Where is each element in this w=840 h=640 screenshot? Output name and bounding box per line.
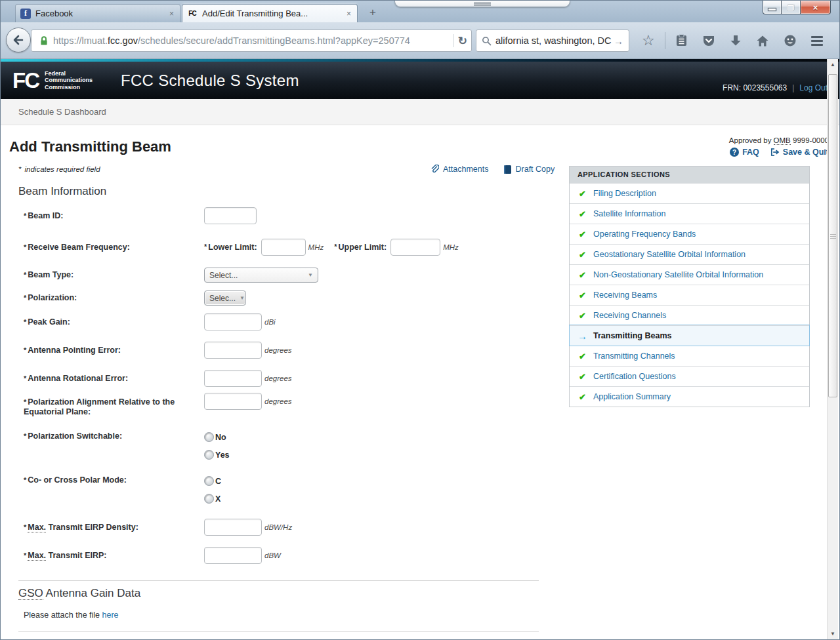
tab-facebook[interactable]: f Facebook × [15, 4, 180, 22]
max-transmit-eirp-density-input[interactable] [204, 519, 262, 536]
polar-mode-c-radio[interactable] [204, 476, 214, 486]
max-transmit-eirp-input[interactable] [204, 547, 262, 564]
sidebar-item-transmitting-channels[interactable]: ✔Transmitting Channels [570, 346, 809, 366]
tab-add-edit-transmitting-beams[interactable]: FC Add/Edit Transmitting Bea... × [182, 4, 358, 22]
sidebar-item-geostationary-satellite-orbital-information[interactable]: ✔Geostationary Satellite Orbital Informa… [570, 244, 809, 264]
chevron-down-icon: ▼ [308, 272, 313, 278]
tab-close-icon[interactable]: × [345, 9, 352, 18]
receive-beam-frequency-row: *Receive Beam Frequency: *Lower Limit: M… [24, 239, 459, 256]
max-transmit-eirp-density-row: *Max. Transmit EIRP Density: dBW/Hz [24, 519, 292, 536]
asterisk: * [24, 398, 26, 406]
save-quit-link[interactable]: Save & Quit [770, 148, 829, 157]
sidebar-item-filing-description[interactable]: ✔Filing Description [570, 183, 809, 203]
sidebar-item-link[interactable]: Operating Frequency Bands [593, 230, 696, 239]
sidebar-item-link[interactable]: Receiving Channels [593, 311, 666, 320]
back-button[interactable] [6, 28, 31, 52]
sidebar-item-certification-questions[interactable]: ✔Certification Questions [570, 366, 809, 386]
window-close-button[interactable]: × [801, 1, 831, 14]
sidebar-item-application-summary[interactable]: ✔Application Summary [570, 386, 809, 407]
polarization-alignment-label: *Polarization Alignment Relative to the … [24, 397, 204, 417]
minimize-icon [768, 9, 776, 10]
sidebar-item-receiving-beams[interactable]: ✔Receiving Beams [570, 285, 809, 305]
search-input[interactable]: alifornia st, washington, DC → [476, 30, 629, 52]
sidebar-item-link[interactable]: Application Summary [593, 392, 671, 401]
sidebar-item-link[interactable]: Filing Description [593, 189, 656, 198]
beam-type-select[interactable]: Select... ▼ [204, 268, 318, 283]
sidebar-item-link[interactable]: Certification Questions [593, 372, 676, 381]
sidebar-item-receiving-channels[interactable]: ✔Receiving Channels [570, 305, 809, 325]
upper-limit-input[interactable] [390, 239, 440, 256]
asterisk: * [24, 523, 26, 531]
faq-link[interactable]: ? FAQ [730, 148, 759, 157]
attach-here-link[interactable]: here [102, 610, 119, 620]
sidebar-item-link[interactable]: Non-Geostationary Satellite Orbital Info… [593, 270, 763, 279]
breadcrumb[interactable]: Schedule S Dashboard [18, 107, 106, 117]
dbi-unit: dBi [264, 318, 276, 326]
toolbar-icons: ☆ [635, 22, 830, 59]
polarization-alignment-row: *Polarization Alignment Relative to the … [24, 393, 292, 417]
vertical-scrollbar[interactable]: ▲ ▼ [827, 59, 838, 639]
peak-gain-input[interactable] [204, 313, 262, 330]
sidebar-item-link[interactable]: Satellite Information [593, 209, 665, 218]
sidebar-item-satellite-information[interactable]: ✔Satellite Information [570, 203, 809, 224]
draft-copy-link[interactable]: Draft Copy [504, 165, 555, 174]
attachments-link[interactable]: Attachments [430, 165, 488, 174]
lower-limit-input[interactable] [261, 239, 306, 256]
scroll-down-button[interactable]: ▼ [828, 628, 838, 639]
sidebar-item-transmitting-beams[interactable]: →Transmitting Beams [570, 325, 809, 346]
antenna-pointing-error-input[interactable] [204, 342, 262, 359]
polarization-select[interactable]: Selec... ▼ [204, 290, 246, 306]
tab-title: Add/Edit Transmitting Bea... [202, 9, 345, 18]
scroll-up-button[interactable]: ▲ [828, 59, 838, 70]
sidebar-item-link[interactable]: Geostationary Satellite Orbital Informat… [593, 250, 746, 259]
sidebar-item-link[interactable]: Receiving Beams [593, 290, 657, 300]
mhz-unit: MHz [443, 243, 459, 251]
url-bar[interactable]: https://lmuat.fcc.gov/schedules/secure/a… [31, 30, 472, 52]
polarization-switchable-no-radio[interactable] [204, 432, 214, 442]
degrees-unit: degrees [264, 397, 292, 405]
label-text: Co- or Cross Polar Mode: [28, 475, 127, 485]
check-icon: ✔ [577, 351, 588, 361]
search-go-icon[interactable]: → [614, 35, 623, 47]
polarization-label: *Polarization: [24, 293, 204, 303]
co-cross-polar-mode-label: *Co- or Cross Polar Mode: [24, 475, 204, 485]
faq-label: FAQ [742, 148, 759, 157]
beam-id-input[interactable] [204, 207, 257, 224]
logo-line: Federal [45, 70, 93, 77]
antenna-rotational-error-input[interactable] [204, 370, 262, 387]
logo-line: Communications [45, 77, 93, 84]
hello-smiley-icon[interactable] [784, 34, 797, 47]
fcc-logo: FC Federal Communications Commission [12, 68, 93, 93]
polar-mode-x-radio[interactable] [204, 494, 214, 504]
window-restore-button[interactable] [782, 1, 801, 14]
search-icon [482, 36, 492, 46]
mhz-unit: MHz [308, 243, 324, 251]
new-tab-button[interactable]: + [364, 6, 381, 20]
asterisk: * [24, 294, 26, 302]
beam-type-row: *Beam Type: Select... ▼ [24, 268, 318, 283]
bookmark-star-icon[interactable]: ☆ [642, 33, 655, 48]
reload-icon[interactable]: ↻ [458, 34, 467, 48]
bookmarks-list-icon[interactable] [675, 34, 688, 47]
logout-link[interactable]: Log Out [799, 83, 828, 92]
label-text: Lower Limit: [208, 243, 257, 252]
beam-id-label: *Beam ID: [24, 211, 204, 221]
menu-hamburger-icon[interactable] [811, 36, 823, 46]
scrollbar-thumb[interactable] [828, 74, 837, 397]
asterisk: * [24, 346, 26, 354]
pocket-icon[interactable] [702, 35, 715, 47]
divider [18, 631, 539, 632]
home-icon[interactable] [756, 35, 769, 47]
sidebar-item-link[interactable]: Transmitting Channels [593, 351, 675, 361]
sidebar-item-link[interactable]: Transmitting Beams [593, 331, 671, 340]
downloads-icon[interactable] [730, 35, 742, 47]
polarization-switchable-yes-radio[interactable] [204, 450, 214, 460]
beam-type-label: *Beam Type: [24, 270, 204, 280]
tab-close-icon[interactable]: × [168, 9, 175, 18]
window-minimize-button[interactable] [763, 1, 782, 14]
window-drag-grip[interactable] [394, 1, 570, 7]
sidebar-item-operating-frequency-bands[interactable]: ✔Operating Frequency Bands [570, 224, 809, 244]
polarization-alignment-input[interactable] [204, 393, 262, 410]
sidebar-item-non-geostationary-satellite-orbital-information[interactable]: ✔Non-Geostationary Satellite Orbital Inf… [570, 264, 809, 285]
asterisk: * [24, 318, 26, 326]
